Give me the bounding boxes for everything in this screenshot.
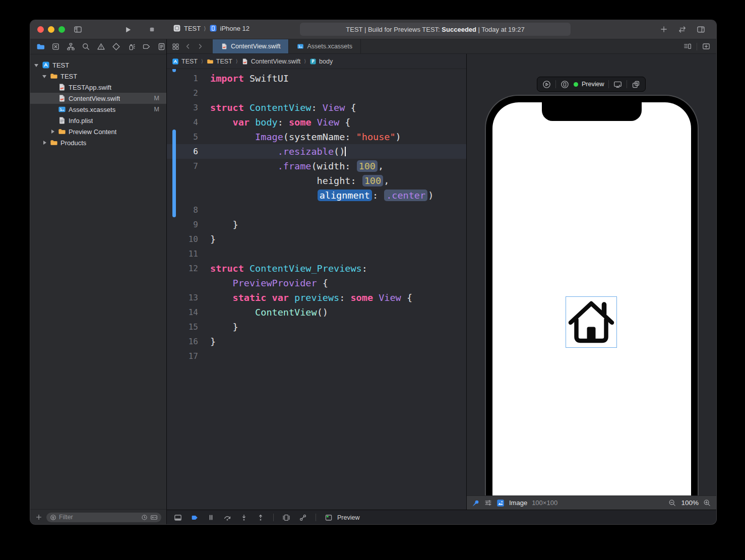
editor-options-icon[interactable] — [684, 42, 692, 50]
tree-item-info-plist[interactable]: Info.plist — [30, 115, 166, 126]
code-line[interactable]: 6 .resizable() — [167, 144, 466, 159]
code-line[interactable]: 14 ContentView() — [167, 305, 466, 320]
folder-icon — [58, 128, 66, 136]
navigator-symbols-icon[interactable] — [67, 42, 75, 51]
close-window-button[interactable] — [37, 26, 44, 33]
forward-icon[interactable] — [197, 43, 204, 50]
preview-on-device-icon[interactable] — [561, 80, 569, 89]
code-line[interactable]: 4 var body: some View { — [167, 115, 466, 130]
zoom-in-icon[interactable] — [703, 499, 711, 507]
code-line[interactable]: 9 } — [167, 217, 466, 232]
disclosure-closed-icon[interactable] — [42, 141, 47, 145]
navigator-issues-icon[interactable] — [97, 42, 105, 51]
navigator-project-navigator-icon[interactable] — [36, 42, 45, 51]
disclosure-open-icon[interactable] — [34, 63, 39, 67]
zoom-window-button[interactable] — [58, 26, 65, 33]
pause-execution-icon[interactable] — [207, 514, 215, 521]
activity-status: TEST | Build for Previews TEST: Succeede… — [300, 23, 571, 36]
house-icon — [566, 297, 616, 347]
breakpoints-toggle-icon[interactable] — [191, 514, 199, 522]
assets-file-icon — [58, 105, 66, 113]
tree-item-contentview-swift[interactable]: ContentView.swiftM — [30, 93, 166, 104]
navigator-debug-icon[interactable] — [127, 42, 136, 51]
code-line[interactable]: 5 Image(systemName: "house") — [167, 130, 466, 144]
back-icon[interactable] — [184, 43, 192, 50]
filter-field[interactable]: Filter — [46, 513, 161, 522]
tree-item-label: Info.plist — [69, 117, 93, 125]
code-line[interactable]: 13 static var previews: some View { — [167, 290, 466, 305]
code-line[interactable]: 11 — [167, 246, 466, 261]
navigator-breakpoints-icon[interactable] — [142, 42, 151, 51]
toggle-navigator-icon[interactable] — [74, 25, 82, 34]
tab-overview-icon[interactable] — [172, 43, 179, 50]
status-badge: M — [154, 95, 159, 102]
navigator-reports-icon[interactable] — [157, 42, 166, 51]
code-line[interactable]: alignment: .center) — [167, 188, 466, 203]
navigator-find-icon[interactable] — [82, 42, 90, 51]
line-number: 17 — [167, 349, 198, 363]
code-line[interactable]: 12 struct ContentView_Previews: — [167, 261, 466, 276]
navigator-source-control-icon[interactable] — [51, 42, 60, 51]
step-over-icon[interactable] — [223, 514, 231, 522]
duplicate-preview-icon[interactable] — [632, 80, 640, 89]
source-control-filter-icon[interactable] — [150, 514, 158, 521]
tree-item-assets-xcassets[interactable]: Assets.xcassetsM — [30, 104, 166, 115]
minimize-window-button[interactable] — [48, 26, 54, 33]
tree-item-test[interactable]: TEST — [30, 71, 166, 82]
disclosure-closed-icon[interactable] — [50, 130, 55, 134]
code-area[interactable]: 1 import SwiftUI 2 3 struct ContentView:… — [167, 69, 466, 510]
add-file-icon[interactable] — [35, 514, 42, 521]
code-line[interactable]: 8 — [167, 203, 466, 217]
add-editor-icon[interactable] — [702, 42, 710, 50]
breadcrumb-contentview-swift[interactable]: ContentView.swift — [241, 58, 300, 65]
code-line[interactable]: 2 — [167, 86, 466, 100]
change-bar — [172, 130, 176, 217]
live-preview-icon[interactable] — [542, 80, 551, 89]
preview-inspectors-icon[interactable] — [484, 499, 492, 507]
code-line[interactable]: PreviewProvider { — [167, 276, 466, 290]
environment-overrides-icon[interactable] — [613, 80, 622, 89]
debug-view-hierarchy-icon[interactable] — [282, 514, 290, 522]
toggle-debug-area-icon[interactable] — [174, 514, 182, 522]
code-line[interactable]: 10 } — [167, 232, 466, 246]
step-into-icon[interactable] — [240, 514, 248, 522]
stop-button[interactable] — [148, 26, 156, 33]
tab-contentview-swift[interactable]: ContentView.swift — [213, 39, 289, 53]
code-line[interactable]: 7 .frame(width: 100, — [167, 159, 466, 173]
selected-image-view[interactable] — [566, 296, 617, 348]
library-plus-icon[interactable] — [660, 25, 668, 33]
tree-item-testapp-swift[interactable]: TESTApp.swift — [30, 82, 166, 93]
code-line[interactable]: 15 } — [167, 320, 466, 334]
code-line[interactable]: 17 — [167, 349, 466, 363]
tab-assets-xcassets[interactable]: Assets.xcassets — [289, 39, 361, 53]
zoom-out-icon[interactable] — [668, 499, 676, 507]
scheme-selector[interactable]: TEST ⟩ iPhone 12 — [173, 24, 250, 32]
code-line[interactable]: 3 struct ContentView: View { — [167, 100, 466, 115]
plist-file-icon — [58, 116, 66, 125]
line-number: 7 — [167, 159, 198, 173]
navigator-tests-icon[interactable] — [112, 42, 120, 51]
code-line[interactable]: 1 import SwiftUI — [167, 71, 466, 86]
tree-item-products[interactable]: Products — [30, 137, 166, 148]
breadcrumb-test[interactable]: TEST — [207, 58, 232, 65]
step-out-icon[interactable] — [257, 514, 265, 522]
tree-item-preview-content[interactable]: Preview Content — [30, 126, 166, 137]
simulate-location-icon[interactable] — [299, 514, 307, 522]
breadcrumb-body[interactable]: P body — [309, 58, 333, 65]
code-line[interactable]: 16 } — [167, 334, 466, 349]
status-badge: M — [154, 106, 159, 113]
run-button[interactable] — [124, 26, 132, 34]
p-symbol-icon: P — [309, 58, 317, 65]
tree-item-test[interactable]: TEST — [30, 59, 166, 71]
line-number: 8 — [167, 203, 198, 217]
breadcrumb-chevron: ⟩ — [201, 58, 203, 64]
recents-filter-icon[interactable] — [141, 514, 148, 521]
pin-preview-icon[interactable] — [472, 499, 480, 507]
disclosure-open-icon[interactable] — [42, 74, 47, 78]
line-number: 2 — [167, 86, 198, 100]
code-review-icon[interactable] — [678, 25, 687, 34]
code-line[interactable]: height: 100, — [167, 173, 466, 188]
toggle-inspectors-icon[interactable] — [697, 25, 705, 34]
breadcrumb-test[interactable]: TEST — [172, 58, 198, 65]
breadcrumb-chevron: ⟩ — [304, 58, 306, 64]
